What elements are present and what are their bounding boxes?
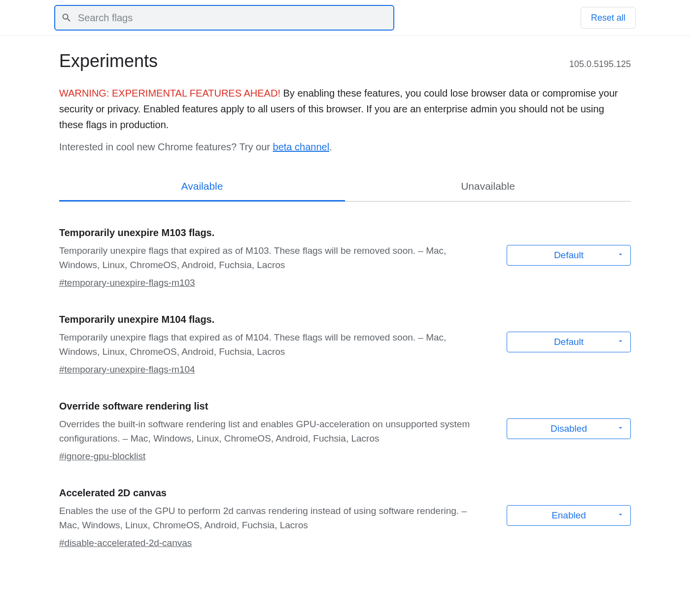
flag-row: Accelerated 2D canvas Enables the use of… <box>59 487 631 574</box>
flag-info: Temporarily unexpire M103 flags. Tempora… <box>59 227 507 288</box>
flag-row: Temporarily unexpire M104 flags. Tempora… <box>59 314 631 401</box>
flag-anchor-link[interactable]: #ignore-gpu-blocklist <box>59 451 145 461</box>
beta-prefix: Interested in cool new Chrome features? … <box>59 141 273 152</box>
dropdown-value: Default <box>554 250 584 261</box>
search-box[interactable] <box>54 5 394 31</box>
flag-state-dropdown[interactable]: Default <box>507 245 631 266</box>
top-bar: Reset all <box>0 0 690 36</box>
flag-row: Temporarily unexpire M103 flags. Tempora… <box>59 227 631 314</box>
flag-anchor-link[interactable]: #temporary-unexpire-flags-m104 <box>59 364 195 375</box>
flag-row: Override software rendering list Overrid… <box>59 401 631 487</box>
flag-title: Temporarily unexpire M103 flags. <box>59 227 487 239</box>
flag-control: Default <box>507 227 631 266</box>
chevron-down-icon <box>617 510 624 521</box>
beta-suffix: . <box>329 141 332 152</box>
flag-description: Temporarily unexpire flags that expired … <box>59 243 487 273</box>
chevron-down-icon <box>617 250 624 261</box>
flag-description: Overrides the built-in software renderin… <box>59 417 487 446</box>
flag-title: Override software rendering list <box>59 401 487 412</box>
flag-info: Accelerated 2D canvas Enables the use of… <box>59 487 507 548</box>
dropdown-value: Enabled <box>552 510 586 521</box>
flag-anchor-link[interactable]: #disable-accelerated-2d-canvas <box>59 538 192 548</box>
chevron-down-icon <box>617 337 624 347</box>
search-icon <box>61 12 72 23</box>
reset-all-button[interactable]: Reset all <box>581 7 636 29</box>
flag-info: Override software rendering list Overrid… <box>59 401 507 462</box>
flag-control: Default <box>507 314 631 352</box>
flag-control: Disabled <box>507 401 631 439</box>
search-input[interactable] <box>72 12 387 24</box>
tab-available[interactable]: Available <box>59 172 345 201</box>
version-label: 105.0.5195.125 <box>569 59 631 69</box>
chevron-down-icon <box>617 423 624 434</box>
beta-channel-link[interactable]: beta channel <box>273 141 330 152</box>
header-row: Experiments 105.0.5195.125 <box>59 51 631 71</box>
content-area: Experiments 105.0.5195.125 WARNING: EXPE… <box>59 36 631 594</box>
dropdown-value: Default <box>554 337 584 347</box>
flag-state-dropdown[interactable]: Disabled <box>507 418 631 439</box>
flags-list: Temporarily unexpire M103 flags. Tempora… <box>59 227 631 574</box>
flag-control: Enabled <box>507 487 631 526</box>
dropdown-value: Disabled <box>551 423 587 434</box>
flag-description: Temporarily unexpire flags that expired … <box>59 330 487 359</box>
warning-prefix: WARNING: EXPERIMENTAL FEATURES AHEAD! <box>59 88 280 99</box>
flag-state-dropdown[interactable]: Default <box>507 332 631 352</box>
beta-prompt: Interested in cool new Chrome features? … <box>59 141 631 153</box>
flag-state-dropdown[interactable]: Enabled <box>507 505 631 526</box>
tab-unavailable[interactable]: Unavailable <box>345 172 631 201</box>
flag-title: Temporarily unexpire M104 flags. <box>59 314 487 325</box>
flag-info: Temporarily unexpire M104 flags. Tempora… <box>59 314 507 375</box>
warning-text: WARNING: EXPERIMENTAL FEATURES AHEAD! By… <box>59 85 631 133</box>
flag-title: Accelerated 2D canvas <box>59 487 487 499</box>
flag-anchor-link[interactable]: #temporary-unexpire-flags-m103 <box>59 277 195 288</box>
page-title: Experiments <box>59 51 158 71</box>
flag-description: Enables the use of the GPU to perform 2d… <box>59 504 487 533</box>
tabs: Available Unavailable <box>59 172 631 202</box>
